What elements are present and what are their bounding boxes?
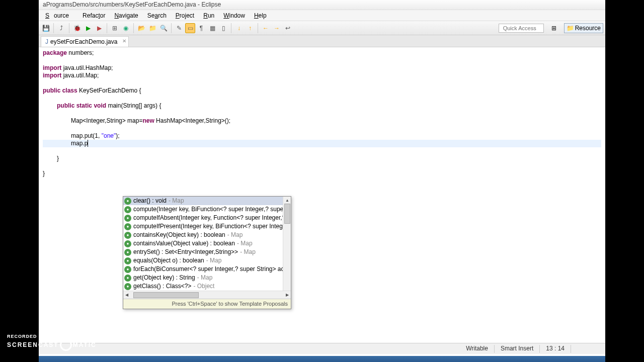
status-writable: Writable xyxy=(460,345,494,353)
scroll-right-icon[interactable]: ▶ xyxy=(284,291,291,299)
toggle-block-icon[interactable]: ▭ xyxy=(185,23,195,33)
menubar: Source Refactor Navigate Search Project … xyxy=(39,10,605,21)
completion-item[interactable]: ●containsKey(Object key) : boolean - Map xyxy=(123,231,291,239)
method-icon: ● xyxy=(124,240,131,247)
method-icon: ● xyxy=(124,257,131,264)
completion-list[interactable]: ●clear() : void - Map●compute(Integer ke… xyxy=(123,197,291,291)
popup-vscrollbar[interactable]: ▲ ▼ xyxy=(283,197,291,295)
menu-navigate[interactable]: Navigate xyxy=(110,11,142,20)
perspective-resource[interactable]: 📁 Resource xyxy=(564,23,603,33)
completion-item[interactable]: ●get(Object key) : String - Map xyxy=(123,274,291,282)
method-icon: ● xyxy=(124,249,131,256)
java-file-icon: J xyxy=(45,38,48,45)
method-icon: ● xyxy=(124,283,131,290)
menu-window[interactable]: Window xyxy=(219,11,250,20)
scroll-up-icon[interactable]: ▲ xyxy=(283,197,291,204)
prev-annotation-icon[interactable]: ↑ xyxy=(245,23,255,33)
next-annotation-icon[interactable]: ↓ xyxy=(234,23,244,33)
toolbar-icon-b[interactable]: ▯ xyxy=(218,23,228,33)
method-icon: ● xyxy=(124,198,131,205)
quick-access-input[interactable] xyxy=(499,24,544,33)
completion-item[interactable]: ●containsValue(Object value) : boolean -… xyxy=(123,239,291,248)
completion-item[interactable]: ●getClass() : Class<?> - Object xyxy=(123,282,291,291)
method-icon: ● xyxy=(124,223,131,230)
window-title: aProgramsDemo/src/numbers/KeySetForEachD… xyxy=(39,0,605,10)
scroll-thumb-h[interactable] xyxy=(133,292,199,298)
menu-project[interactable]: Project xyxy=(171,11,199,20)
code-editor[interactable]: package numbers; import java.util.HashMa… xyxy=(39,47,605,357)
open-task-icon[interactable]: 📁 xyxy=(147,23,157,33)
toolbar: 💾 ⤴ 🐞 ▶ ▶ ⊞ ◉ 📂 📁 🔍 ✎ ▭ ¶ ▦ ▯ ↓ ↑ ← → ↩ … xyxy=(39,21,605,35)
completion-item[interactable]: ●forEach(BiConsumer<? super Integer,? su… xyxy=(123,265,291,274)
back-icon[interactable]: ← xyxy=(261,23,271,33)
completion-item[interactable]: ●entrySet() : Set<Entry<Integer,String>>… xyxy=(123,248,291,256)
skip-breakpoints-icon[interactable]: ⤴ xyxy=(56,23,66,33)
new-type-icon[interactable]: ◉ xyxy=(121,23,131,33)
close-icon[interactable]: ✕ xyxy=(122,38,126,44)
editor-tabbar: J eySetForEachDemo.java ✕ xyxy=(39,35,605,47)
watermark-circle-icon xyxy=(60,339,72,351)
statusbar: Writable Smart Insert 13 : 14 xyxy=(39,343,605,354)
completion-item[interactable]: ●compute(Integer key, BiFunction<? super… xyxy=(123,205,291,214)
method-icon: ● xyxy=(124,206,131,213)
status-cursor-pos: 13 : 14 xyxy=(540,345,571,353)
forward-icon[interactable]: → xyxy=(272,23,282,33)
folder-icon: 📁 xyxy=(567,25,574,32)
scroll-thumb[interactable] xyxy=(284,204,290,224)
completion-item[interactable]: ●clear() : void - Map xyxy=(123,197,291,205)
show-whitespace-icon[interactable]: ¶ xyxy=(196,23,206,33)
method-icon: ● xyxy=(124,275,131,282)
external-tools-icon[interactable]: ▶ xyxy=(94,23,104,33)
search-icon[interactable]: 🔍 xyxy=(158,23,169,33)
save-icon[interactable]: 💾 xyxy=(41,23,51,33)
popup-hint: Press 'Ctrl+Space' to show Template Prop… xyxy=(123,299,291,309)
status-insert-mode: Smart Insert xyxy=(495,345,539,353)
method-icon: ● xyxy=(124,215,131,222)
taskbar[interactable] xyxy=(39,356,605,362)
content-assist-popup: ●clear() : void - Map●compute(Integer ke… xyxy=(123,196,291,309)
menu-help[interactable]: Help xyxy=(250,11,271,20)
last-edit-icon[interactable]: ↩ xyxy=(283,23,293,33)
completion-item[interactable]: ●equals(Object o) : boolean - Map xyxy=(123,256,291,265)
completion-item[interactable]: ●computeIfAbsent(Integer key, Function<?… xyxy=(123,214,291,222)
menu-run[interactable]: Run xyxy=(199,11,219,20)
debug-icon[interactable]: 🐞 xyxy=(72,23,82,33)
method-icon: ● xyxy=(124,232,131,239)
menu-source[interactable]: Source xyxy=(41,11,78,20)
scroll-left-icon[interactable]: ◀ xyxy=(123,291,130,299)
toggle-mark-icon[interactable]: ✎ xyxy=(174,23,184,33)
tab-keysetforeachdemo[interactable]: J eySetForEachDemo.java ✕ xyxy=(41,36,129,47)
completion-item[interactable]: ●computeIfPresent(Integer key, BiFunctio… xyxy=(123,222,291,231)
toolbar-icon-a[interactable]: ▦ xyxy=(207,23,217,33)
screencast-watermark: RECORDED WITH SCREENCASTMATIC xyxy=(7,334,97,351)
open-type-icon[interactable]: 📂 xyxy=(136,23,146,33)
new-package-icon[interactable]: ⊞ xyxy=(110,23,120,33)
popup-hscrollbar[interactable]: ◀ ▶ xyxy=(123,291,291,299)
run-icon[interactable]: ▶ xyxy=(83,23,93,33)
menu-refactor[interactable]: Refactor xyxy=(78,11,110,20)
menu-search[interactable]: Search xyxy=(143,11,171,20)
open-perspective-icon[interactable]: ⊞ xyxy=(549,23,559,33)
method-icon: ● xyxy=(124,266,131,273)
